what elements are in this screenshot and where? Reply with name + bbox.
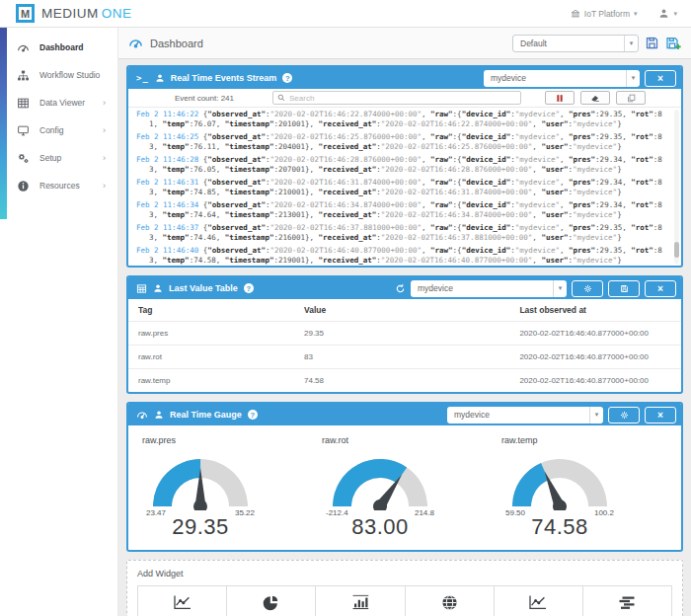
main-content: Dashboard Default ▾ >_ (118, 28, 691, 616)
gauge-label: raw.temp (501, 435, 677, 445)
log-scrollbar-thumb[interactable] (674, 242, 679, 258)
platform-menu-label: IoT Platform (584, 9, 630, 19)
gauge-min-label: 59.50 (505, 508, 525, 517)
sidebar-item-workflow-studio[interactable]: Workflow Studio (0, 61, 117, 89)
gauge-label: raw.rot (322, 435, 498, 445)
help-icon[interactable]: ? (248, 410, 258, 420)
clear-stream-button[interactable] (580, 91, 610, 105)
last-value-save-button[interactable] (608, 280, 640, 297)
gauge-device-select[interactable]: mydevice ▾ (447, 407, 603, 424)
events-log-area: Feb 2 11:46:22 {"observed_at":"2020-02-0… (128, 108, 681, 266)
dashboard-select[interactable]: Default ▾ (512, 35, 639, 52)
event-count: Event count: 241 (136, 94, 272, 103)
help-icon[interactable]: ? (282, 73, 292, 83)
log-entry: Feb 2 11:46:25 {"observed_at":"2020-02-0… (136, 132, 669, 151)
refresh-icon[interactable] (395, 283, 406, 294)
gauge-raw-rot: raw.rot -212.4214.8 83.00 (318, 433, 498, 540)
page-title: Dashboard (128, 36, 203, 50)
desktop-icon (17, 124, 30, 137)
log-entry: Feb 2 11:46:22 {"observed_at":"2020-02-0… (136, 110, 669, 128)
widget-single-user-cross-filter-chart[interactable]: Single User Cross Filter Chart (583, 586, 671, 616)
table-row: raw.rot832020-02-02T16:46:40.877000+00:0… (128, 346, 681, 369)
sidebar-item-label: Workflow Studio (39, 70, 100, 80)
log-entry: Feb 2 11:46:40 {"observed_at":"2020-02-0… (136, 246, 669, 265)
events-device-select[interactable]: mydevice ▾ (484, 70, 640, 87)
user-menu[interactable]: ▾ (658, 8, 677, 19)
close-icon: × (657, 283, 663, 294)
widget-grouped-users-bar-chart[interactable]: Grouped Users Bar Chart (316, 586, 405, 616)
save-as-new-dashboard-button[interactable] (665, 36, 681, 51)
cross-filter-icon (585, 593, 669, 611)
add-widget-title: Add Widget (137, 569, 672, 578)
search-icon (277, 94, 285, 102)
chevron-right-icon: › (103, 98, 106, 108)
gauge-value: 74.58 (498, 514, 622, 540)
gear-icon (583, 284, 592, 293)
last-value-table-header: Last Value Table ? mydevice ▾ (128, 277, 681, 299)
widget-grouped-users-geopoint-chart[interactable]: Grouped Users GeoPoint Chart (406, 586, 495, 616)
caret-down-icon: ▾ (634, 10, 638, 18)
dashboard-topbar: Dashboard Default ▾ (118, 28, 691, 59)
close-icon: × (657, 410, 663, 421)
gauge-raw-pres: raw.pres 23.4735.22 29.35 (138, 433, 318, 540)
column-header: Last observed at (509, 299, 681, 322)
sidebar-item-dashboard[interactable]: Dashboard (0, 34, 117, 61)
user-icon (154, 410, 164, 420)
line-chart-icon (140, 593, 224, 611)
log-entry: Feb 2 11:46:34 {"observed_at":"2020-02-0… (136, 200, 669, 219)
gauge-panel: Real Time Gauge ? mydevice ▾ × (126, 402, 683, 552)
last-value-table: TagValueLast observed at raw.pres29.3520… (128, 299, 681, 392)
gauge-close-button[interactable]: × (645, 407, 676, 424)
last-value-close-button[interactable]: × (645, 280, 676, 297)
gauge-settings-button[interactable] (608, 407, 640, 424)
line-chart-icon (497, 593, 580, 611)
gauge-label: raw.pres (142, 435, 318, 445)
log-scrollbar[interactable] (674, 110, 679, 264)
events-device-select-value: mydevice (484, 73, 626, 83)
info-icon (17, 180, 30, 192)
bar-chart-icon (318, 593, 402, 611)
events-search-input[interactable] (289, 94, 516, 103)
brand-one: ONE (102, 6, 132, 21)
events-search[interactable] (272, 91, 521, 105)
log-entry: Feb 2 11:46:31 {"observed_at":"2020-02-0… (136, 178, 669, 196)
gear-icon (620, 411, 629, 420)
medium-one-logo: M (16, 4, 35, 23)
sidebar-item-config[interactable]: Config › (0, 116, 117, 144)
gauge-value: 29.35 (138, 514, 263, 540)
events-close-button[interactable]: × (645, 70, 676, 87)
sidebar-accent-strip (0, 28, 7, 219)
help-icon[interactable]: ? (244, 283, 254, 293)
platform-menu[interactable]: IoT Platform ▾ (571, 9, 638, 19)
building-icon (571, 9, 580, 19)
widget-single-user-line-chart[interactable]: Single User Line Chart (495, 586, 583, 616)
table-row: raw.pres29.352020-02-02T16:46:40.877000+… (128, 322, 681, 346)
sidebar-item-setup[interactable]: Setup › (0, 144, 117, 172)
user-icon (658, 8, 669, 19)
gauge-row: raw.pres 23.4735.22 29.35 raw.rot -212.4… (128, 425, 681, 550)
caret-down-icon: ▾ (673, 10, 677, 18)
last-value-settings-button[interactable] (572, 280, 603, 297)
pause-stream-button[interactable] (545, 91, 575, 105)
last-value-device-select-value: mydevice (411, 283, 553, 293)
save-dashboard-button[interactable] (645, 36, 659, 50)
sidebar-item-data-viewer[interactable]: Data Viewer › (0, 89, 117, 116)
widget-grouped-users-line-chart[interactable]: Grouped Users Line Chart (138, 586, 227, 616)
sidebar-item-label: Config (39, 125, 64, 135)
sidebar-item-resources[interactable]: Resources › (0, 172, 117, 199)
gauge-panel-header: Real Time Gauge ? mydevice ▾ × (128, 404, 681, 425)
close-icon: × (657, 73, 663, 84)
copy-events-button[interactable] (616, 91, 646, 105)
gauge-max-label: 100.2 (594, 508, 614, 517)
gears-icon (17, 152, 30, 165)
widget-grouped-users-pie-chart[interactable]: Grouped Users Pie Chart (227, 586, 316, 616)
gauge-panel-title: Real Time Gauge (170, 410, 242, 420)
last-value-device-select[interactable]: mydevice ▾ (411, 280, 567, 297)
gauge-icon (128, 36, 143, 50)
page-title-label: Dashboard (150, 38, 203, 49)
gauge-device-select-value: mydevice (447, 410, 589, 420)
table-icon (136, 283, 147, 294)
sidebar-item-label: Data Viewer (39, 98, 85, 108)
user-icon (155, 73, 165, 83)
user-icon (153, 283, 163, 293)
